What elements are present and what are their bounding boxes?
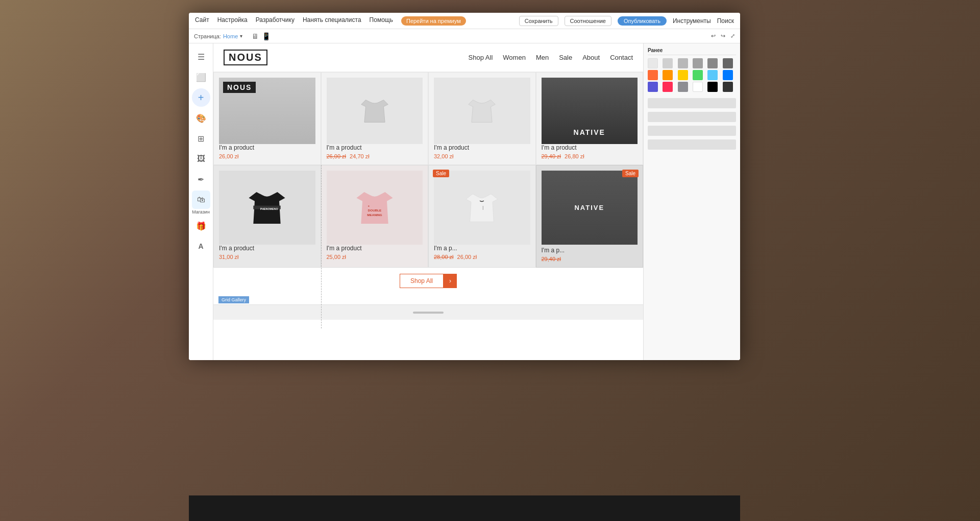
product-card-4[interactable]: NATIVE I'm a product 29,40 zł 26,80 zł <box>536 72 644 165</box>
nav-men[interactable]: Men <box>536 54 549 61</box>
product-image-5: PHENOMENO <box>219 171 315 245</box>
nav-dev[interactable]: Разработчику <box>256 16 295 26</box>
color-swatch-8[interactable] <box>663 70 673 80</box>
product-image-2 <box>327 78 423 144</box>
right-panel-title: Ранее <box>648 48 736 55</box>
color-swatch-14[interactable] <box>663 82 673 92</box>
color-swatch-5[interactable] <box>707 58 718 68</box>
desktop-icon[interactable]: 🖥 <box>252 32 259 40</box>
product-card-7[interactable]: Sale I'm a p... 28,00 zł 26,00 zł <box>428 165 536 268</box>
sidebar-item-pages[interactable]: ☰ <box>192 48 210 66</box>
color-swatch-3[interactable] <box>678 58 688 68</box>
nav-women[interactable]: Women <box>503 54 526 61</box>
right-panel-tools <box>648 98 736 150</box>
product-card-6[interactable]: + DOUBLE MEANING I'm a product 25,00 zł <box>321 165 429 268</box>
product-card-8[interactable]: Sale NATIVE I'm a p... 29,40 zł <box>536 165 644 268</box>
product-image-4: NATIVE <box>542 78 638 144</box>
color-swatch-16[interactable] <box>693 82 703 92</box>
nav-sale[interactable]: Sale <box>559 54 572 61</box>
native-text: NATIVE <box>574 128 605 136</box>
color-swatch-4[interactable] <box>693 58 703 68</box>
product-price-3: 32,00 zł <box>434 153 530 159</box>
tool-item-3[interactable] <box>648 126 736 136</box>
tools-label[interactable]: Инструменты <box>673 17 711 25</box>
top-toolbar: Сайт Настройка Разработчику Нанять специ… <box>189 13 740 29</box>
sidebar-item-add[interactable]: + <box>192 88 210 107</box>
product-card-1[interactable]: NOUS I'm a product 26,00 zł <box>213 72 321 165</box>
product-image-6: + DOUBLE MEANING <box>327 171 423 245</box>
sidebar-item-text[interactable]: ✒ <box>192 170 210 188</box>
sale-badge-8: Sale <box>622 170 639 177</box>
site-navigation: NOUS Shop All Women Men Sale About Conta… <box>213 43 643 72</box>
nav-site[interactable]: Сайт <box>195 16 209 26</box>
nav-help[interactable]: Помощь <box>370 16 393 26</box>
save-button[interactable]: Сохранить <box>519 16 558 26</box>
color-swatch-13[interactable] <box>648 82 658 92</box>
svg-text:PHENOMENO: PHENOMENO <box>260 207 278 210</box>
nav-about[interactable]: About <box>582 54 600 61</box>
product-row-1: NOUS I'm a product 26,00 zł I'm a produc… <box>213 72 643 165</box>
price-original-2: 26,00 zł <box>327 153 347 159</box>
sidebar-item-store[interactable]: 🛍 Магазин <box>192 191 210 215</box>
editor-area: ☰ ⬜ + 🎨 ⊞ 🖼 ✒ 🛍 Магазин 🎁 A NOUS Shop Al… <box>189 43 740 360</box>
premium-button[interactable]: Перейти на премиум <box>401 16 466 26</box>
color-swatch-18[interactable] <box>723 82 733 92</box>
color-swatch-17[interactable] <box>707 82 718 92</box>
top-nav-left: Сайт Настройка Разработчику Нанять специ… <box>195 16 466 26</box>
tool-item-2[interactable] <box>648 112 736 122</box>
dropdown-icon[interactable]: ▾ <box>240 33 242 39</box>
tool-item-4[interactable] <box>648 139 736 150</box>
device-switcher: 🖥 📱 <box>252 32 271 40</box>
product-image-8: NATIVE <box>542 171 638 245</box>
sidebar-item-design[interactable]: 🎨 <box>192 109 210 127</box>
publish-button[interactable]: Опубликовать <box>618 16 667 26</box>
sale-badge-7: Sale <box>433 170 449 177</box>
color-swatch-7[interactable] <box>648 70 658 80</box>
sidebar-item-app[interactable]: 🎁 <box>192 217 210 235</box>
redo-icon[interactable]: ↪ <box>721 33 725 39</box>
color-swatch-9[interactable] <box>678 70 688 80</box>
product-price-6: 25,00 zł <box>327 254 423 260</box>
product-image-7 <box>434 171 530 245</box>
black-tshirt-svg: PHENOMENO <box>247 185 287 231</box>
bottom-taskbar <box>189 495 740 521</box>
sidebar-item-layout[interactable]: ⊞ <box>192 129 210 148</box>
page-link[interactable]: Home <box>223 33 238 39</box>
nav-shop-all[interactable]: Shop All <box>469 54 493 61</box>
product-price-8: 29,40 zł <box>542 256 638 262</box>
ratio-button[interactable]: Соотношение <box>565 16 611 26</box>
canvas-area[interactable]: NOUS Shop All Women Men Sale About Conta… <box>213 43 643 360</box>
shop-all-arrow[interactable]: › <box>444 274 457 288</box>
site-logo: NOUS <box>224 50 267 65</box>
color-swatch-6[interactable] <box>723 58 733 68</box>
nav-hire[interactable]: Нанять специалиста <box>303 16 361 26</box>
color-swatch-15[interactable] <box>678 82 688 92</box>
tshirt-svg-3 <box>464 92 500 130</box>
product-name-8: I'm a p... <box>542 245 638 254</box>
product-card-3[interactable]: I'm a product 32,00 zł <box>428 72 536 165</box>
mobile-icon[interactable]: 📱 <box>262 32 271 40</box>
search-label[interactable]: Поиск <box>717 17 734 25</box>
product-price-2: 26,00 zł 24,70 zł <box>327 153 423 159</box>
tool-item-1[interactable] <box>648 98 736 108</box>
product-card-5[interactable]: PHENOMENO I'm a product 31,00 zł <box>213 165 321 268</box>
shop-all-button[interactable]: Shop All <box>400 274 444 288</box>
sidebar-item-font[interactable]: A <box>192 237 210 255</box>
product-card-2[interactable]: I'm a product 26,00 zł 24,70 zł <box>321 72 429 165</box>
color-swatch-2[interactable] <box>663 58 673 68</box>
zoom-icon[interactable]: ⤢ <box>730 33 735 39</box>
color-swatch-10[interactable] <box>693 70 703 80</box>
nav-contact[interactable]: Contact <box>610 54 633 61</box>
nav-settings[interactable]: Настройка <box>217 16 248 26</box>
sidebar-item-media[interactable]: 🖼 <box>192 150 210 168</box>
undo-icon[interactable]: ↩ <box>711 33 716 39</box>
nous-logo: NOUS <box>223 82 256 93</box>
top-nav-links: Сайт Настройка Разработчику Нанять специ… <box>195 16 466 26</box>
color-swatch-12[interactable] <box>723 70 733 80</box>
product-name-5: I'm a product <box>219 245 315 252</box>
product-name-3: I'm a product <box>434 144 530 151</box>
color-swatch-1[interactable] <box>648 58 658 68</box>
scroll-area[interactable] <box>213 304 643 320</box>
color-swatch-11[interactable] <box>707 70 718 80</box>
sidebar-item-elements[interactable]: ⬜ <box>192 68 210 86</box>
